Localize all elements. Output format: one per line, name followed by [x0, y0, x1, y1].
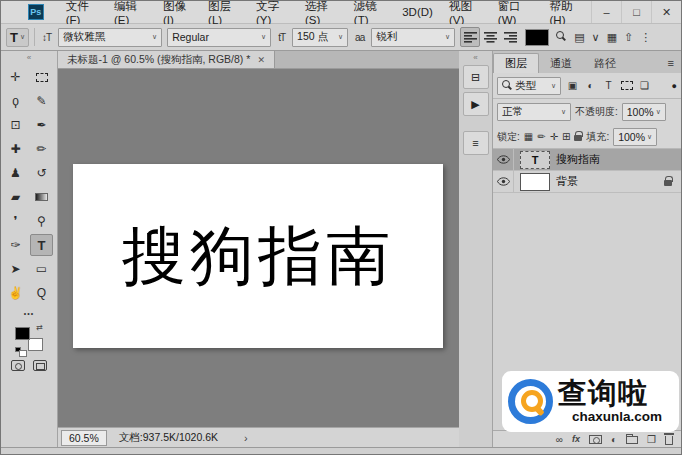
tab-图层[interactable]: 图层 — [493, 53, 539, 73]
brush-tool[interactable]: ✏ — [30, 138, 53, 160]
clone-stamp-tool[interactable]: ♟ — [4, 162, 27, 184]
chevron-down-icon[interactable]: ∨ — [592, 31, 600, 44]
lock-transparency-icon[interactable]: ▦ — [524, 131, 533, 142]
properties-panel-button[interactable]: ≡ — [463, 131, 489, 155]
layer-thumbnail[interactable] — [520, 173, 550, 191]
crop-tool[interactable]: ⊡ — [4, 114, 27, 136]
layer-visibility-toggle[interactable] — [493, 171, 514, 192]
anti-alias-select[interactable]: 锐利 ∨ — [371, 28, 455, 47]
menu-item[interactable]: 图层(L) — [200, 1, 248, 23]
layer-row[interactable]: T搜狗指南 — [493, 149, 681, 171]
layer-thumbnail[interactable]: T — [520, 151, 550, 169]
tab-通道[interactable]: 通道 — [539, 53, 583, 73]
menu-item[interactable]: 文件(F) — [58, 1, 106, 23]
search-icon[interactable] — [556, 31, 567, 44]
panel-menu-icon[interactable]: ≡ — [661, 53, 681, 73]
screen-mode-button[interactable] — [33, 360, 47, 371]
blur-tool[interactable]: ❜ — [4, 210, 27, 232]
layer-effects-icon[interactable]: fx — [572, 434, 580, 444]
rectangle-tool[interactable]: ▭ — [30, 258, 53, 280]
filter-pixel-layers-icon[interactable]: ▣ — [564, 78, 581, 94]
font-style-select[interactable]: Regular ∨ — [167, 28, 271, 47]
filter-toggle-button[interactable]: ● — [672, 81, 677, 91]
actions-panel-button[interactable]: ▶ — [463, 92, 489, 116]
menu-item[interactable]: 文字(Y) — [248, 1, 297, 23]
zoom-tool[interactable]: Q — [30, 282, 53, 304]
history-brush-tool[interactable]: ↺ — [30, 162, 53, 184]
dock-collapse-button[interactable]: « — [473, 53, 477, 62]
fill-select[interactable]: 100% ∨ — [613, 128, 657, 146]
status-options-icon[interactable]: › — [244, 432, 248, 444]
pen-tool[interactable]: ✑ — [4, 234, 27, 256]
type-tool-preset[interactable]: T ∨ — [6, 28, 29, 47]
menu-item[interactable]: 选择(S) — [297, 1, 346, 23]
add-mask-icon[interactable] — [589, 435, 602, 444]
document-tab[interactable]: 未标题-1 @ 60.5% (搜狗指南, RGB/8) * ✕ — [58, 51, 275, 68]
canvas-pasteboard[interactable]: 搜狗指南 — [58, 69, 459, 427]
link-layers-icon[interactable]: ∞ — [556, 434, 563, 445]
filter-smart-objects-icon[interactable]: ❏ — [636, 78, 653, 94]
blend-mode-select[interactable]: 正常 ∨ — [497, 103, 571, 121]
kebab-menu-icon[interactable]: ⋮ — [640, 31, 651, 44]
background-color-swatch[interactable] — [28, 338, 43, 351]
swap-colors-icon[interactable]: ⇄ — [36, 323, 43, 332]
dodge-tool[interactable]: ⚲ — [30, 210, 53, 232]
layer-visibility-toggle[interactable] — [493, 149, 514, 170]
history-panel-button[interactable]: ⊟ — [463, 65, 489, 89]
filter-type-layers-icon[interactable]: T — [600, 78, 617, 94]
align-left-button[interactable] — [460, 27, 480, 47]
toolbar-collapse-button[interactable]: « — [27, 53, 31, 63]
move-tool[interactable]: ✛ — [4, 66, 27, 88]
layer-name[interactable]: 背景 — [556, 174, 664, 189]
lock-position-icon[interactable]: ✛ — [550, 131, 558, 142]
healing-brush-tool[interactable]: ✚ — [4, 138, 27, 160]
document-canvas[interactable]: 搜狗指南 — [73, 164, 443, 348]
align-center-button[interactable] — [480, 27, 500, 47]
font-family-select[interactable]: 微软雅黑 ∨ — [58, 28, 162, 47]
lock-all-icon[interactable] — [574, 132, 582, 141]
path-selection-tool[interactable]: ➤ — [4, 258, 27, 280]
quick-selection-tool[interactable]: ✎ — [30, 90, 53, 112]
marquee-tool[interactable] — [30, 66, 53, 88]
hand-tool[interactable]: ✌ — [4, 282, 27, 304]
gradient-tool[interactable] — [30, 186, 53, 208]
close-tab-icon[interactable]: ✕ — [257, 55, 265, 65]
menu-item[interactable]: 编辑(E) — [106, 1, 155, 23]
menu-item[interactable]: 3D(D) — [394, 1, 441, 23]
delete-layer-icon[interactable] — [665, 434, 673, 445]
lasso-tool[interactable]: ϙ — [4, 90, 27, 112]
font-size-select[interactable]: 150 点 ∨ — [292, 28, 348, 47]
share-icon[interactable]: ⇧ — [624, 31, 633, 44]
zoom-level-field[interactable]: 60.5% — [61, 430, 107, 446]
filter-adjustment-layers-icon[interactable]: ◐ — [582, 78, 599, 94]
menu-item[interactable]: 帮助(H) — [542, 1, 591, 23]
lock-pixels-icon[interactable]: ✏ — [537, 131, 545, 142]
new-layer-icon[interactable]: ❐ — [647, 434, 656, 445]
menu-item[interactable]: 滤镜(T) — [346, 1, 394, 23]
filter-type-select[interactable]: 类型 ∨ — [497, 77, 561, 95]
menu-item[interactable]: 视图(V) — [441, 1, 490, 23]
layer-name[interactable]: 搜狗指南 — [556, 152, 681, 167]
menu-item[interactable]: 窗口(W) — [490, 1, 542, 23]
minimize-button[interactable]: – — [591, 1, 621, 23]
opacity-select[interactable]: 100% ∨ — [622, 103, 666, 121]
edit-toolbar-button[interactable]: ••• — [24, 310, 34, 317]
panel-toggle-icon[interactable]: ▤ — [574, 31, 584, 44]
close-button[interactable]: ✕ — [651, 1, 681, 23]
adjustment-layer-icon[interactable]: ◐ — [611, 434, 617, 445]
eyedropper-tool[interactable]: ✒ — [30, 114, 53, 136]
align-right-button[interactable] — [500, 27, 520, 47]
filter-shape-layers-icon[interactable] — [618, 78, 635, 94]
maximize-button[interactable]: □ — [621, 1, 651, 23]
new-group-icon[interactable] — [626, 434, 638, 444]
foreground-color-swatch[interactable] — [15, 327, 30, 340]
layer-row[interactable]: 背景 — [493, 171, 681, 193]
type-tool[interactable]: T — [30, 234, 53, 256]
lock-artboard-icon[interactable]: ⊞ — [562, 131, 570, 142]
workspace-icon[interactable]: ▦ — [607, 31, 617, 44]
default-colors-icon[interactable] — [15, 347, 21, 352]
menu-item[interactable]: 图像(I) — [155, 1, 200, 23]
text-color-swatch[interactable] — [525, 29, 549, 46]
eraser-tool[interactable]: ▰ — [4, 186, 27, 208]
text-orientation-icon[interactable]: ↕T — [40, 32, 53, 43]
